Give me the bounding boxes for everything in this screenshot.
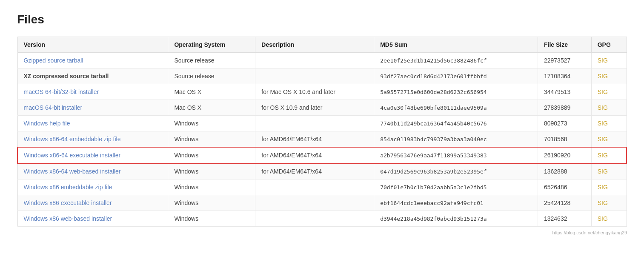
sig-link[interactable]: SIG xyxy=(598,184,608,191)
cell-md5: 70df01e7b0c1b7042aabb5a3c1e2fbd5 xyxy=(374,179,538,195)
cell-os: Windows xyxy=(168,131,255,148)
cell-gpg[interactable]: SIG xyxy=(591,68,627,84)
cell-os: Windows xyxy=(168,179,255,195)
cell-version[interactable]: Windows x86 embeddable zip file xyxy=(17,179,168,195)
cell-description xyxy=(255,195,374,211)
cell-gpg[interactable]: SIG xyxy=(591,147,627,163)
cell-gpg[interactable]: SIG xyxy=(591,53,627,68)
col-md5: MD5 Sum xyxy=(374,37,538,53)
cell-md5: a2b79563476e9aa47f11899a53349383 xyxy=(374,147,538,163)
watermark: https://blog.csdn.net/chengyikang29 xyxy=(17,230,627,235)
cell-os: Windows xyxy=(168,163,255,179)
cell-filesize: 25424128 xyxy=(538,195,591,211)
cell-filesize: 6526486 xyxy=(538,179,591,195)
files-table: Version Operating System Description MD5… xyxy=(17,37,627,227)
cell-description xyxy=(255,53,374,68)
cell-filesize: 34479513 xyxy=(538,84,591,100)
cell-md5: 2ee10f25e3d1b14215d56c3882486fcf xyxy=(374,53,538,68)
sig-link[interactable]: SIG xyxy=(598,57,608,64)
cell-md5: 5a95572715e0d600de28d6232c656954 xyxy=(374,84,538,100)
cell-md5: 7740b11d249bca16364f4a45b40c5676 xyxy=(374,116,538,131)
cell-gpg[interactable]: SIG xyxy=(591,195,627,211)
cell-description xyxy=(255,211,374,227)
cell-version[interactable]: Windows x86-64 web-based installer xyxy=(17,163,168,179)
cell-description xyxy=(255,68,374,84)
cell-gpg[interactable]: SIG xyxy=(591,116,627,131)
cell-version[interactable]: Windows x86 web-based installer xyxy=(17,211,168,227)
cell-md5: 047d19d2569c963b8253a9b2e52395ef xyxy=(374,163,538,179)
table-row: Windows x86 web-based installerWindowsd3… xyxy=(17,211,627,227)
sig-link[interactable]: SIG xyxy=(598,136,608,142)
file-link[interactable]: macOS 64-bit installer xyxy=(24,104,83,111)
table-row: Gzipped source tarballSource release2ee1… xyxy=(17,53,627,68)
cell-os: Windows xyxy=(168,116,255,131)
file-link[interactable]: Windows x86 web-based installer xyxy=(24,215,112,222)
cell-description: for AMD64/EM64T/x64 xyxy=(255,131,374,148)
sig-link[interactable]: SIG xyxy=(598,88,608,95)
cell-filesize: 1362888 xyxy=(538,163,591,179)
cell-gpg[interactable]: SIG xyxy=(591,179,627,195)
cell-gpg[interactable]: SIG xyxy=(591,84,627,100)
cell-os: Mac OS X xyxy=(168,84,255,100)
cell-md5: 854ac011983b4c799379a3baa3a040ec xyxy=(374,131,538,148)
table-row: Windows x86 executable installerWindowse… xyxy=(17,195,627,211)
col-gpg: GPG xyxy=(591,37,627,53)
cell-version[interactable]: macOS 64-bit installer xyxy=(17,100,168,116)
table-row: XZ compressed source tarballSource relea… xyxy=(17,68,627,84)
sig-link[interactable]: SIG xyxy=(598,199,608,206)
cell-filesize: 7018568 xyxy=(538,131,591,148)
table-row: Windows x86-64 executable installerWindo… xyxy=(17,147,627,163)
table-row: Windows help fileWindows7740b11d249bca16… xyxy=(17,116,627,131)
cell-gpg[interactable]: SIG xyxy=(591,131,627,148)
file-link[interactable]: Windows x86-64 embeddable zip file xyxy=(24,136,121,142)
col-description: Description xyxy=(255,37,374,53)
col-os: Operating System xyxy=(168,37,255,53)
cell-os: Mac OS X xyxy=(168,100,255,116)
cell-description xyxy=(255,116,374,131)
cell-os: Windows xyxy=(168,147,255,163)
cell-version[interactable]: macOS 64-bit/32-bit installer xyxy=(17,84,168,100)
file-link[interactable]: Windows x86-64 executable installer xyxy=(24,152,120,159)
cell-version[interactable]: Windows help file xyxy=(17,116,168,131)
sig-link[interactable]: SIG xyxy=(598,168,608,175)
cell-gpg[interactable]: SIG xyxy=(591,163,627,179)
cell-version[interactable]: Windows x86 executable installer xyxy=(17,195,168,211)
file-link[interactable]: Windows help file xyxy=(24,120,70,127)
cell-md5: 93df27aec0cd18d6d42173e601ffbbfd xyxy=(374,68,538,84)
page-title: Files xyxy=(17,13,627,26)
file-link[interactable]: Windows x86 embeddable zip file xyxy=(24,184,112,191)
table-row: macOS 64-bit/32-bit installerMac OS Xfor… xyxy=(17,84,627,100)
cell-filesize: 26190920 xyxy=(538,147,591,163)
cell-version: XZ compressed source tarball xyxy=(17,68,168,84)
cell-filesize: 8090273 xyxy=(538,116,591,131)
file-link[interactable]: Gzipped source tarball xyxy=(24,57,83,64)
cell-version[interactable]: Gzipped source tarball xyxy=(17,53,168,68)
cell-description: for OS X 10.9 and later xyxy=(255,100,374,116)
cell-gpg[interactable]: SIG xyxy=(591,100,627,116)
cell-description: for AMD64/EM64T/x64 xyxy=(255,147,374,163)
sig-link[interactable]: SIG xyxy=(598,120,608,127)
cell-filesize: 1324632 xyxy=(538,211,591,227)
sig-link[interactable]: SIG xyxy=(598,104,608,111)
cell-md5: ebf1644cdc1eeebacc92afa949cfc01 xyxy=(374,195,538,211)
cell-description: for AMD64/EM64T/x64 xyxy=(255,163,374,179)
table-row: Windows x86-64 web-based installerWindow… xyxy=(17,163,627,179)
cell-os: Windows xyxy=(168,195,255,211)
cell-version[interactable]: Windows x86-64 executable installer xyxy=(17,147,168,163)
sig-link[interactable]: SIG xyxy=(598,215,608,222)
sig-link[interactable]: SIG xyxy=(598,152,608,159)
cell-filesize: 27839889 xyxy=(538,100,591,116)
file-link[interactable]: Windows x86-64 web-based installer xyxy=(24,168,121,175)
table-row: macOS 64-bit installerMac OS Xfor OS X 1… xyxy=(17,100,627,116)
table-row: Windows x86 embeddable zip fileWindows70… xyxy=(17,179,627,195)
cell-version[interactable]: Windows x86-64 embeddable zip file xyxy=(17,131,168,148)
file-link[interactable]: Windows x86 executable installer xyxy=(24,199,112,206)
cell-gpg[interactable]: SIG xyxy=(591,211,627,227)
sig-link[interactable]: SIG xyxy=(598,73,608,80)
file-link[interactable]: macOS 64-bit/32-bit installer xyxy=(24,88,99,95)
cell-filesize: 17108364 xyxy=(538,68,591,84)
cell-os: Windows xyxy=(168,211,255,227)
cell-md5: d3944e218a45d982f0abcd93b151273a xyxy=(374,211,538,227)
col-filesize: File Size xyxy=(538,37,591,53)
cell-filesize: 22973527 xyxy=(538,53,591,68)
